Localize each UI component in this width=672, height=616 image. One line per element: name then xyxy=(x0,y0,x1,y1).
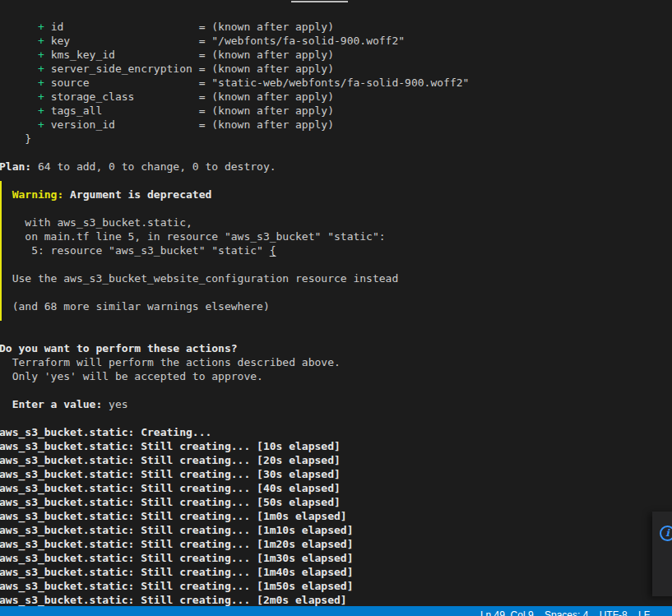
terminal-line: Enter a value: yes xyxy=(0,397,469,411)
terminal-line: 5: resource "aws_s3_bucket" "static" { xyxy=(0,243,469,257)
terminal-line xyxy=(0,257,469,271)
terminal-line xyxy=(0,201,469,215)
terminal-line: aws_s3_bucket.static: Still creating... … xyxy=(0,495,469,509)
terminal-output[interactable]: + id = (known after apply) + key = "/web… xyxy=(0,20,469,607)
terminal-line: aws_s3_bucket.static: Still creating... … xyxy=(0,537,469,551)
terminal-line: aws_s3_bucket.static: Still creating... … xyxy=(0,481,469,495)
terminal-line: aws_s3_bucket.static: Still creating... … xyxy=(0,453,469,467)
terminal-line: Only 'yes' will be accepted to approve. xyxy=(0,369,469,383)
terminal-line: + source = "static-web/webfonts/fa-solid… xyxy=(0,76,469,90)
terminal-line: aws_s3_bucket.static: Still creating... … xyxy=(0,551,469,565)
terminal-line: aws_s3_bucket.static: Still creating... … xyxy=(0,523,469,537)
notification-toast[interactable]: i xyxy=(652,512,672,596)
terminal-line: aws_s3_bucket.static: Still creating... … xyxy=(0,593,469,607)
terminal-line: aws_s3_bucket.static: Still creating... … xyxy=(0,467,469,481)
terminal-line: (and 68 more similar warnings elsewhere) xyxy=(0,299,469,313)
terminal-line: on main.tf line 5, in resource "aws_s3_b… xyxy=(0,229,469,243)
terminal-line: Do you want to perform these actions? xyxy=(0,341,469,355)
clipped-line-fragment xyxy=(291,1,348,2)
terminal-line xyxy=(0,285,469,299)
terminal-line xyxy=(0,174,469,188)
terminal-line: aws_s3_bucket.static: Still creating... … xyxy=(0,565,469,579)
terminal-line: Warning: Argument is deprecated xyxy=(0,188,469,201)
terminal-line xyxy=(0,383,469,397)
terminal-line xyxy=(0,146,469,160)
terminal-line: Terraform will perform the actions descr… xyxy=(0,355,469,369)
terminal-line: + key = "/webfonts/fa-solid-900.woff2" xyxy=(0,34,469,48)
terminal-line: Plan: 64 to add, 0 to change, 0 to destr… xyxy=(0,160,469,174)
info-icon: i xyxy=(660,526,672,541)
terminal-line: aws_s3_bucket.static: Still creating... … xyxy=(0,579,469,593)
terminal-line: + tags_all = (known after apply) xyxy=(0,104,469,118)
terminal-line: + storage_class = (known after apply) xyxy=(0,90,469,104)
terminal-line xyxy=(0,327,469,341)
terminal-line: + kms_key_id = (known after apply) xyxy=(0,48,469,62)
terminal-line: Use the aws_s3_bucket_website_configurat… xyxy=(0,271,469,285)
terminal-line: aws_s3_bucket.static: Still creating... … xyxy=(0,509,469,523)
terminal-line: + version_id = (known after apply) xyxy=(0,118,469,132)
terminal-line: + id = (known after apply) xyxy=(0,20,469,34)
status-bar: Ln 49, Col 9 Spaces: 4 UTF-8 LF xyxy=(0,606,672,616)
terminal-line: } xyxy=(0,132,469,146)
terminal-line: aws_s3_bucket.static: Still creating... … xyxy=(0,439,469,453)
terminal-line: with aws_s3_bucket.static, xyxy=(0,215,469,229)
terminal-window: { "colors": { "background": "#1c1c1c", "… xyxy=(0,0,672,616)
terminal-line xyxy=(0,411,469,425)
status-bar-items[interactable]: Ln 49, Col 9 Spaces: 4 UTF-8 LF xyxy=(480,606,650,616)
terminal-line: + server_side_encryption = (known after … xyxy=(0,62,469,76)
terminal-line: aws_s3_bucket.static: Creating... xyxy=(0,425,469,439)
terminal-line xyxy=(0,313,469,327)
